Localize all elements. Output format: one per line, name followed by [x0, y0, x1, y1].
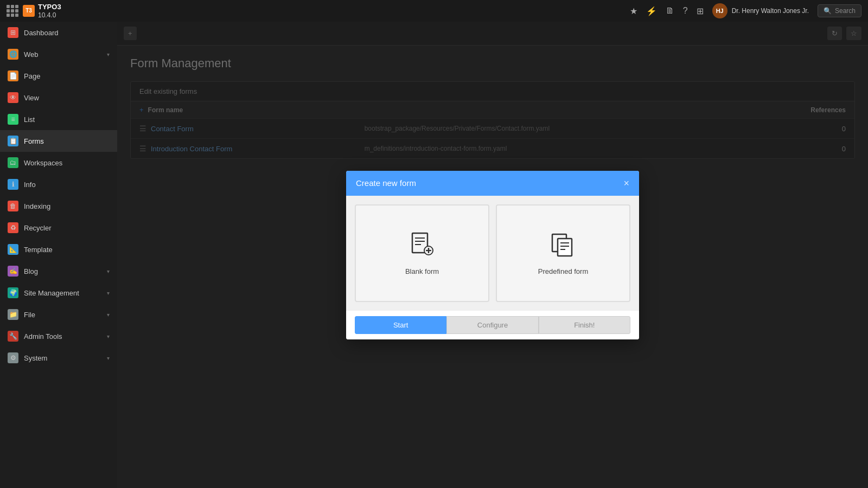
blank-form-label: Blank form	[405, 267, 439, 275]
chevron-down-icon: ▾	[107, 333, 110, 339]
create-form-modal: Create new form ×	[346, 171, 639, 339]
forms-icon: 📋	[8, 136, 18, 146]
sidebar-item-label: Indexing	[24, 202, 110, 210]
system-icon: ⚙	[8, 352, 18, 363]
sidebar-item-label: Dashboard	[24, 29, 110, 37]
bookmark-icon[interactable]: ★	[630, 6, 637, 16]
sidebar-item-admintools[interactable]: 🔧 Admin Tools ▾	[0, 325, 117, 347]
sidebar-item-label: Blog	[24, 267, 101, 275]
list-icon: ≡	[8, 114, 18, 125]
help-icon[interactable]: ?	[683, 6, 688, 16]
topbar: T3 TYPO3 10.4.0 ★ ⚡ 🗎 ? ⊞ HJ Dr. Henry W…	[0, 0, 868, 22]
sidebar-item-label: Forms	[24, 137, 110, 145]
sidebar-item-recycler[interactable]: ♻ Recycler	[0, 217, 117, 239]
sidebar-item-label: Site Management	[24, 289, 101, 297]
search-placeholder: Search	[835, 7, 856, 15]
content-area: + ↻ ☆ Form Management Edit existing form…	[117, 22, 868, 488]
chevron-down-icon: ▾	[107, 312, 110, 318]
sidebar-item-view[interactable]: 👁 View	[0, 87, 117, 108]
svg-rect-8	[558, 239, 572, 256]
grid-icon[interactable]: ⊞	[697, 6, 704, 16]
workspaces-icon: 🗂	[8, 157, 18, 168]
chevron-down-icon: ▾	[107, 52, 110, 57]
sidebar-item-file[interactable]: 📁 File ▾	[0, 304, 117, 325]
modal-header: Create new form ×	[346, 171, 639, 196]
main-layout: ⊞ Dashboard 🌐 Web ▾ 📄 Page 👁 View ≡ List…	[0, 22, 868, 488]
topbar-user[interactable]: HJ Dr. Henry Walton Jones Jr.	[712, 3, 809, 18]
sidebar-item-label: Template	[24, 246, 110, 254]
sidebar-item-blog[interactable]: ✍ Blog ▾	[0, 260, 117, 282]
lightning-icon[interactable]: ⚡	[646, 6, 657, 16]
apps-grid-button[interactable]	[7, 5, 18, 17]
sidebar-item-page[interactable]: 📄 Page	[0, 65, 117, 87]
predefined-form-icon	[550, 231, 576, 262]
template-icon: 📐	[8, 244, 18, 255]
wizard-step-start[interactable]: Start	[355, 316, 446, 334]
sidebar-item-label: System	[24, 354, 101, 362]
page-icon: 📄	[8, 70, 18, 81]
document-icon[interactable]: 🗎	[666, 6, 674, 16]
sidebar-item-label: File	[24, 311, 101, 319]
search-bar[interactable]: 🔍 Search	[818, 4, 861, 17]
chevron-down-icon: ▾	[107, 290, 110, 296]
view-icon: 👁	[8, 92, 18, 103]
blog-icon: ✍	[8, 266, 18, 277]
file-icon: 📁	[8, 309, 18, 320]
sidebar-item-forms[interactable]: 📋 Forms	[0, 130, 117, 152]
blank-form-option[interactable]: Blank form	[355, 204, 489, 302]
admintools-icon: 🔧	[8, 331, 18, 342]
modal-overlay: Create new form ×	[117, 22, 868, 488]
sidebar-item-sitemgmt[interactable]: 🌍 Site Management ▾	[0, 282, 117, 304]
predefined-form-label: Predefined form	[538, 267, 589, 275]
indexing-icon: 🗑	[8, 201, 18, 211]
sidebar-item-workspaces[interactable]: 🗂 Workspaces	[0, 152, 117, 174]
blank-form-icon	[409, 231, 435, 262]
sidebar-item-template[interactable]: 📐 Template	[0, 239, 117, 260]
topbar-actions: ★ ⚡ 🗎 ? ⊞ HJ Dr. Henry Walton Jones Jr. …	[630, 3, 861, 18]
topbar-left: T3 TYPO3 10.4.0	[7, 3, 61, 19]
modal-footer: Start Configure Finish!	[346, 311, 639, 339]
chevron-down-icon: ▾	[107, 355, 110, 361]
avatar: HJ	[712, 3, 727, 18]
sidebar-item-label: Info	[24, 181, 110, 189]
sidebar-item-list[interactable]: ≡ List	[0, 108, 117, 130]
search-icon: 🔍	[824, 7, 832, 15]
sidebar-item-indexing[interactable]: 🗑 Indexing	[0, 195, 117, 217]
sidebar-item-label: Page	[24, 72, 110, 80]
sidebar-item-label: List	[24, 115, 110, 124]
user-name: Dr. Henry Walton Jones Jr.	[732, 7, 809, 15]
typo3-logo-icon: T3	[23, 5, 35, 17]
topbar-title: TYPO3 10.4.0	[38, 3, 61, 19]
wizard-step-finish[interactable]: Finish!	[539, 316, 630, 334]
info-icon: ℹ	[8, 179, 18, 190]
modal-body: Blank form Pr	[346, 196, 639, 311]
wizard-step-configure[interactable]: Configure	[446, 316, 538, 334]
recycler-icon: ♻	[8, 222, 18, 233]
sidebar-item-label: View	[24, 94, 110, 102]
sidebar-item-info[interactable]: ℹ Info	[0, 174, 117, 195]
sitemgmt-icon: 🌍	[8, 287, 18, 298]
modal-title: Create new form	[356, 178, 416, 188]
topbar-logo: T3 TYPO3 10.4.0	[23, 3, 61, 19]
web-icon: 🌐	[8, 49, 18, 60]
sidebar-item-label: Admin Tools	[24, 332, 101, 341]
sidebar-item-label: Workspaces	[24, 159, 110, 167]
sidebar-item-web[interactable]: 🌐 Web ▾	[0, 43, 117, 65]
sidebar: ⊞ Dashboard 🌐 Web ▾ 📄 Page 👁 View ≡ List…	[0, 22, 117, 488]
sidebar-item-dashboard[interactable]: ⊞ Dashboard	[0, 22, 117, 43]
predefined-form-option[interactable]: Predefined form	[496, 204, 630, 302]
sidebar-item-label: Recycler	[24, 224, 110, 232]
dashboard-icon: ⊞	[8, 27, 18, 38]
modal-close-button[interactable]: ×	[623, 178, 629, 188]
sidebar-item-system[interactable]: ⚙ System ▾	[0, 347, 117, 369]
chevron-down-icon: ▾	[107, 268, 110, 274]
wizard-steps: Start Configure Finish!	[355, 316, 630, 334]
sidebar-item-label: Web	[24, 50, 101, 59]
